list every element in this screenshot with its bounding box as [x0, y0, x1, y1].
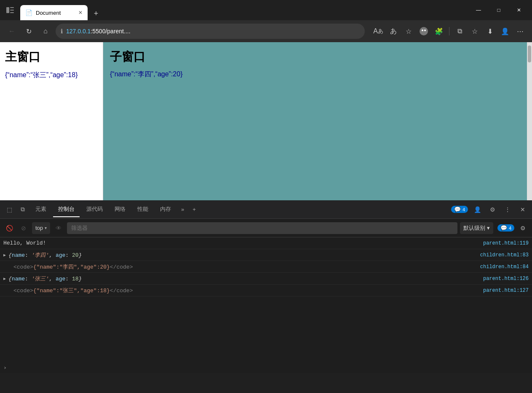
console-settings-button[interactable]: ⚙: [517, 222, 529, 234]
badge-icon: 💬: [454, 206, 461, 213]
obj-brace4: }: [79, 276, 82, 282]
expand-arrow-2[interactable]: ▶: [3, 276, 6, 281]
devtools-inspect-button[interactable]: ⬚: [3, 204, 15, 215]
expand-arrow-1[interactable]: ▶: [3, 253, 6, 258]
obj-brace2: }: [79, 252, 82, 258]
console-source-3[interactable]: children.html:84: [480, 264, 529, 270]
sidebar-toggle-button[interactable]: [3, 3, 17, 17]
viewport-scrollbar[interactable]: [527, 42, 532, 200]
console-error-badge: 💬 4: [451, 206, 468, 213]
favorites-icon[interactable]: ☆: [402, 24, 415, 38]
home-button[interactable]: ⌂: [39, 24, 52, 38]
minimize-button[interactable]: —: [469, 3, 488, 17]
refresh-button[interactable]: ↻: [22, 24, 35, 38]
obj-key-age2: age: [56, 276, 65, 282]
obj-brace: {: [8, 252, 12, 258]
svg-rect-2: [10, 10, 14, 11]
close-button[interactable]: ✕: [509, 3, 529, 17]
toolbar-icons: Aあ あ ☆ 🧩 ⧉ ☆ ⬇ 👤 ⋯: [372, 24, 527, 38]
more-options-icon[interactable]: ⋯: [513, 24, 527, 38]
read-aloud-icon[interactable]: Aあ: [372, 24, 385, 38]
console-obj-text-2: {name: '张三', age: 18}: [8, 275, 82, 283]
devtools-tab-actions: 💬 4 👤 ⚙ ⋮ ✕: [451, 204, 529, 215]
console-source-1[interactable]: parent.html:119: [483, 240, 529, 246]
stop-recording-button[interactable]: ⊘: [18, 222, 29, 234]
console-row-code-lisi: <code>{"name":"李四","age":20}</code> chil…: [0, 261, 532, 273]
collections-icon[interactable]: ☆: [468, 24, 481, 38]
obj-key-age1: age: [56, 252, 65, 258]
console-obj-text-1: {name: '李四', age: 20}: [8, 251, 82, 259]
console-prompt: ›: [0, 362, 532, 373]
address-rest: :5500/parent....: [91, 28, 130, 35]
tab-elements[interactable]: 元素: [30, 202, 51, 217]
main-window-pane: 主窗口 {“name”:“张三”,“age”:18}: [0, 42, 103, 200]
downloads-icon[interactable]: ⬇: [483, 24, 497, 38]
svg-rect-0: [6, 7, 9, 13]
context-label: top: [35, 225, 43, 231]
devtools-more-tabs[interactable]: »: [178, 205, 187, 214]
tab-icon: 📄: [25, 9, 32, 16]
comma2: ,: [49, 276, 56, 282]
extensions-icon[interactable]: 🧩: [432, 24, 446, 38]
tabs-area: 📄 Document ✕ +: [20, 0, 469, 20]
tab-title: Document: [36, 10, 75, 16]
console-source-5[interactable]: parent.html:127: [483, 288, 529, 293]
colon4: :: [65, 276, 72, 282]
toolbar-divider: [449, 27, 449, 35]
active-tab[interactable]: 📄 Document ✕: [20, 5, 88, 20]
clear-console-button[interactable]: 🚫: [3, 222, 15, 234]
console-row-obj-lisi: ▶ {name: '李四', age: 20} children.html:83: [0, 249, 532, 261]
eye-icon[interactable]: 👁: [53, 222, 64, 234]
title-bar: 📄 Document ✕ + — □ ✕: [0, 0, 532, 20]
translate-icon[interactable]: あ: [387, 24, 400, 38]
svg-rect-3: [10, 12, 14, 13]
browser-essentials-icon[interactable]: [417, 24, 430, 38]
devtools-customize-button[interactable]: ⋮: [502, 204, 513, 215]
obj-val-age2: 18: [72, 276, 79, 282]
svg-point-6: [424, 30, 426, 31]
obj-val-name2: '张三': [32, 276, 49, 282]
svg-point-5: [422, 30, 423, 31]
devtools-settings-button[interactable]: ⚙: [487, 204, 498, 215]
child-window-title: 子窗口: [110, 49, 525, 65]
tab-console[interactable]: 控制台: [53, 202, 80, 217]
child-window-pane: 子窗口 {“name”:“李四”,“age”:20}: [103, 42, 532, 200]
window-controls: — □ ✕: [469, 3, 529, 17]
scrollbar-thumb[interactable]: [528, 46, 531, 62]
log-level-label: 默认级别: [463, 224, 485, 232]
colon3: :: [25, 276, 32, 282]
code-content-2: {"name":"张三","age":18}: [33, 288, 110, 294]
console-output: Hello, World! parent.html:119 ▶ {name: '…: [0, 237, 532, 362]
tab-close-button[interactable]: ✕: [78, 10, 83, 16]
context-selector[interactable]: top ▾: [32, 222, 50, 234]
console-row-obj-zhangsan: ▶ {name: '张三', age: 18} parent.html:126: [0, 273, 532, 285]
tab-network[interactable]: 网络: [110, 202, 131, 217]
console-source-2[interactable]: children.html:83: [480, 252, 529, 258]
maximize-button[interactable]: □: [489, 3, 508, 17]
log-level-arrow: ▾: [487, 225, 490, 231]
devtools-issues-button[interactable]: 👤: [471, 204, 483, 215]
address-text: 127.0.0.1:5500/parent....: [66, 28, 360, 35]
devtools-device-button[interactable]: ⧉: [17, 204, 29, 215]
back-button[interactable]: ←: [5, 24, 19, 38]
log-level-selector[interactable]: 默认级别 ▾: [460, 222, 493, 234]
console-code-text-2: <code>{"name":"张三","age":18}</code>: [13, 287, 133, 294]
split-screen-icon[interactable]: ⧉: [453, 24, 466, 38]
tab-memory[interactable]: 内存: [155, 202, 176, 217]
tab-performance[interactable]: 性能: [132, 202, 153, 217]
filter-input[interactable]: [67, 222, 457, 234]
sidebar-toggle-area: [3, 3, 17, 17]
colon2: :: [65, 252, 72, 258]
devtools-close-button[interactable]: ✕: [517, 204, 529, 215]
devtools-add-tab[interactable]: +: [189, 205, 199, 214]
devtools-panel: ⬚ ⧉ 元素 控制台 源代码 网络 性能 内存 » + 💬 4 👤 ⚙ ⋮ ✕ …: [0, 200, 532, 373]
tab-sources[interactable]: 源代码: [81, 202, 108, 217]
address-bar-input[interactable]: ℹ 127.0.0.1:5500/parent....: [56, 24, 365, 39]
profile-icon[interactable]: 👤: [498, 24, 512, 38]
child-window-data: {“name”:“李四”,“age”:20}: [110, 70, 525, 79]
comma1: ,: [49, 252, 56, 258]
console-row-code-zhangsan: <code>{"name":"张三","age":18}</code> pare…: [0, 285, 532, 296]
new-tab-button[interactable]: +: [89, 7, 103, 20]
console-source-4[interactable]: parent.html:126: [483, 276, 529, 282]
log-count: 4: [509, 226, 511, 231]
